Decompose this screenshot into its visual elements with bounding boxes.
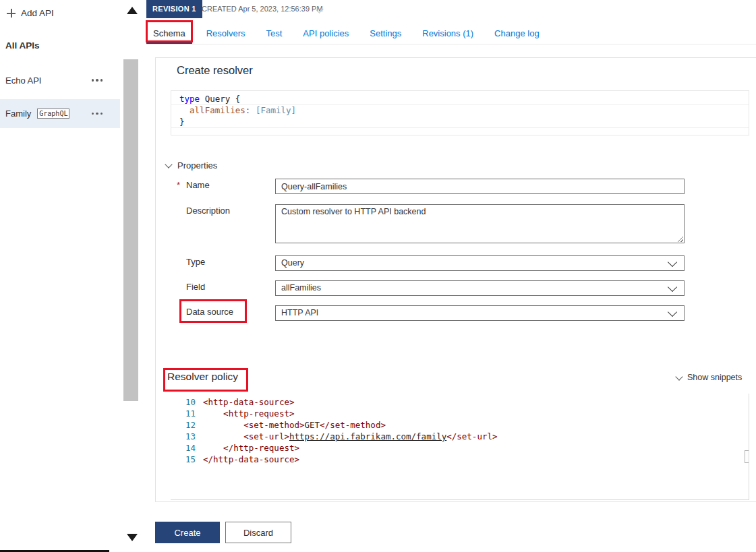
code-line: 11 <http-request>	[171, 408, 749, 419]
line-number: 11	[171, 408, 203, 419]
line-number: 12	[171, 419, 203, 431]
code-token: [Family]	[250, 105, 296, 115]
graphql-badge: GraphQL	[37, 109, 69, 119]
editor-scrollbar-thumb[interactable]	[745, 450, 749, 463]
field-select-value: allFamilies	[281, 283, 321, 293]
tab-revisions[interactable]: Revisions (1)	[415, 22, 480, 44]
chevron-down-icon	[668, 307, 677, 317]
code-line: 10<http-data-source>	[171, 396, 749, 408]
api-list-item-family[interactable]: Family GraphQL	[0, 99, 120, 128]
api-list-item-echo[interactable]: Echo API	[0, 70, 120, 90]
chevron-down-icon	[668, 257, 677, 267]
scroll-down-button[interactable]	[127, 534, 138, 541]
panel-title: Create resolver	[177, 64, 253, 77]
tab-schema[interactable]: Schema	[146, 22, 192, 44]
data-source-select[interactable]: HTTP API	[275, 305, 685, 321]
field-label: Field	[186, 282, 205, 292]
policy-code-editor[interactable]: 10<http-data-source>11 <http-request>12 …	[171, 394, 749, 500]
type-select[interactable]: Query	[275, 255, 685, 271]
code-token: allFamilies:	[179, 105, 250, 115]
required-asterisk: *	[177, 180, 180, 190]
more-menu-button[interactable]	[92, 113, 103, 115]
data-source-label: Data source	[186, 307, 233, 317]
data-source-select-value: HTTP API	[281, 308, 318, 317]
show-snippets-button[interactable]: Show snippets	[676, 373, 742, 382]
code-line: 15</http-data-source>	[171, 454, 749, 465]
more-menu-button[interactable]	[92, 79, 103, 82]
show-snippets-label: Show snippets	[687, 373, 742, 382]
code-line: type Query {	[179, 93, 749, 104]
code-token: type	[179, 94, 200, 104]
chevron-down-icon	[675, 373, 682, 380]
code-line: allFamilies: [Family]	[179, 104, 749, 116]
resolver-policy-heading: Resolver policy	[167, 371, 238, 383]
code-token: Query {	[200, 94, 240, 104]
code-token: https://api.fabrikam.com/family	[289, 431, 446, 441]
revision-created-text: CREATED Apr 5, 2023, 12:56:39 PM	[202, 0, 323, 18]
editor-line-divider	[171, 127, 749, 128]
description-label: Description	[186, 206, 230, 216]
name-label: Name	[186, 180, 210, 190]
tab-bar: Schema Resolvers Test API policies Setti…	[146, 22, 756, 44]
discard-button[interactable]: Discard	[225, 522, 291, 543]
create-resolver-panel: Create resolver type Query { allFamilies…	[155, 57, 756, 502]
code-token: <http-request>	[203, 408, 294, 419]
tab-test[interactable]: Test	[260, 22, 289, 44]
editor-line-divider	[171, 104, 749, 105]
tab-resolvers[interactable]: Resolvers	[200, 22, 252, 44]
chevron-down-icon	[668, 282, 677, 292]
scroll-up-button[interactable]	[127, 7, 138, 14]
revision-badge: REVISION 1	[146, 0, 202, 18]
code-token: </set-method>	[320, 420, 386, 430]
code-token: GET	[305, 420, 320, 430]
description-textarea[interactable]: Custom resolver to HTTP API backend	[275, 204, 685, 243]
scrollbar-thumb[interactable]	[123, 59, 138, 401]
api-sidebar: Add API All APIs Echo API Family GraphQL	[0, 0, 120, 552]
code-token: <http-data-source>	[203, 397, 294, 407]
code-line: }	[179, 116, 749, 127]
line-number: 15	[171, 454, 203, 465]
code-token: </http-request>	[203, 443, 299, 453]
type-label: Type	[186, 257, 205, 267]
add-api-button[interactable]: Add API	[7, 8, 54, 18]
code-line: 13 <set-url>https://api.fabrikam.com/fam…	[171, 431, 749, 442]
chevron-down-icon	[165, 160, 172, 168]
line-number: 14	[171, 442, 203, 454]
type-select-value: Query	[281, 258, 304, 268]
field-select[interactable]: allFamilies	[275, 280, 685, 296]
tab-settings[interactable]: Settings	[363, 22, 408, 44]
code-line: 14 </http-request>	[171, 442, 749, 454]
code-token: </set-url>	[446, 431, 497, 441]
plus-icon	[7, 9, 16, 18]
schema-code-editor[interactable]: type Query { allFamilies: [Family]}	[171, 90, 749, 135]
line-number: 10	[171, 396, 203, 408]
sidebar-scrollbar	[121, 0, 144, 552]
code-token: }	[179, 117, 185, 127]
code-token: </http-data-source>	[203, 454, 299, 464]
code-token: <set-method>	[203, 420, 305, 430]
line-number: 13	[171, 431, 203, 442]
properties-label: Properties	[177, 160, 217, 171]
api-name: Echo API	[5, 75, 41, 86]
tab-change-log[interactable]: Change log	[488, 22, 546, 44]
name-input[interactable]	[275, 179, 685, 194]
code-line: 12 <set-method>GET</set-method>	[171, 419, 749, 431]
tab-api-policies[interactable]: API policies	[296, 22, 355, 44]
all-apis-heading: All APIs	[5, 40, 40, 51]
properties-section-toggle[interactable]: Properties	[166, 160, 217, 171]
add-api-label: Add API	[21, 8, 54, 18]
code-token: <set-url>	[203, 431, 289, 441]
api-name: Family	[5, 109, 31, 119]
create-button[interactable]: Create	[155, 522, 220, 543]
